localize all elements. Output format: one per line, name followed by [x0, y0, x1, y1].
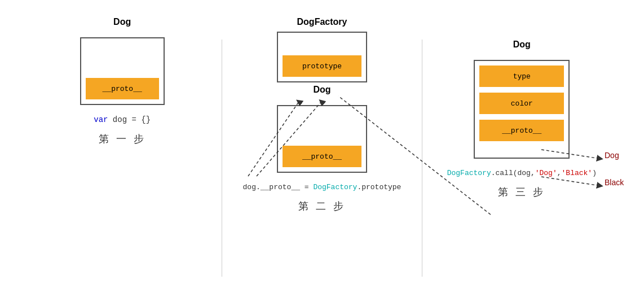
- sec3-call: .call(dog,: [491, 169, 535, 177]
- sec3-dog-title: Dog: [513, 40, 531, 50]
- pointer-dog-label: Dog: [605, 151, 619, 160]
- sec1-object-box: __proto__: [80, 37, 165, 105]
- sec2-proto-slot: __proto__: [283, 146, 361, 167]
- dogfactory-box: prototype: [277, 32, 367, 82]
- sec1-proto-slot: __proto__: [86, 78, 159, 99]
- sec2-code: dog.__proto__ = DogFactory.prototype: [243, 183, 402, 191]
- sec3-black-str: 'Black': [562, 169, 593, 177]
- sec3-step: 第 三 步: [498, 185, 545, 199]
- sec2-title: Dog: [313, 85, 330, 95]
- sec2-object-box: __proto__: [277, 105, 367, 173]
- sec1-step: 第 一 步: [99, 132, 146, 146]
- dogfactory-title: DogFactory: [297, 17, 347, 27]
- main-diagram: Dog __proto__ var dog = {} 第 一 步 Dog __p…: [0, 0, 644, 288]
- sec1-title: Dog: [113, 17, 131, 27]
- sec3-dogfactory: DogFactory: [447, 169, 491, 177]
- sec3-dog-str: 'Dog': [535, 169, 557, 177]
- section-1: Dog __proto__ var dog = {} 第 一 步: [23, 17, 222, 146]
- sec2-code-1: dog.__proto__ =: [243, 183, 314, 191]
- sec2-code-2: .prototype: [357, 183, 401, 191]
- sec3-type-slot: type: [479, 66, 564, 87]
- dogfactory-proto-slot: prototype: [283, 55, 361, 77]
- sec2-step: 第 二 步: [298, 199, 346, 213]
- sec3-proto-slot: __proto__: [479, 120, 564, 141]
- sec3-paren: ): [592, 169, 597, 177]
- sec3-comma: ,: [557, 169, 562, 177]
- sec1-var-keyword: var: [94, 115, 108, 124]
- section-2: Dog __proto__ dog.__proto__ = DogFactory…: [222, 17, 421, 213]
- sec3-object-box: type color __proto__: [474, 60, 570, 159]
- section-3: Dog type color __proto__ DogFactory.call…: [422, 17, 621, 199]
- sec3-color-slot: color: [479, 93, 564, 114]
- pointer-black-label: Black: [605, 178, 624, 187]
- sec2-dogfactory: DogFactory: [313, 183, 357, 191]
- sec1-code: var dog = {}: [94, 115, 151, 124]
- sec1-code-rest: dog = {}: [113, 115, 151, 124]
- sec3-code: DogFactory.call(dog,'Dog','Black'): [447, 169, 597, 177]
